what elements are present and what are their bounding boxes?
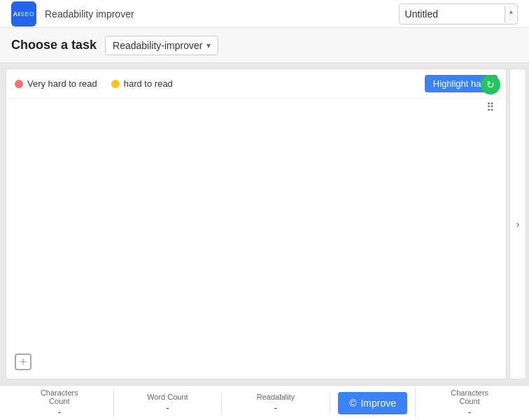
grid-icon[interactable]: ⠿: [482, 99, 499, 115]
improve-label: Improve: [360, 398, 396, 409]
improve-icon: ©: [349, 398, 356, 409]
improve-button[interactable]: © Improve: [338, 392, 407, 414]
legend-bar: Very hard to read hard to read Highlight…: [6, 69, 506, 99]
footer-word-count: Word Count -: [114, 393, 223, 413]
header: AISEO Readability improver *: [0, 0, 529, 28]
dropdown-value: Readability-improver: [113, 40, 202, 51]
side-actions: ↻ ⠿: [481, 75, 500, 115]
title-asterisk: *: [505, 6, 517, 22]
toolbar: Choose a task Readability-improver ▾: [0, 28, 529, 63]
footer-center: © Improve: [330, 392, 416, 414]
add-block-button[interactable]: +: [15, 354, 31, 370]
app-title: Readability improver: [45, 8, 134, 20]
choose-task-label: Choose a task: [11, 38, 97, 52]
refresh-icon: ↻: [486, 79, 495, 90]
title-input[interactable]: [400, 6, 505, 22]
sidebar-toggle-button[interactable]: ›: [509, 69, 526, 379]
logo-icon: AISEO: [11, 1, 36, 27]
editor-panel: Very hard to read hard to read Highlight…: [6, 69, 507, 379]
title-input-wrapper: *: [399, 4, 518, 24]
chars-right-value: -: [468, 407, 471, 417]
footer-chars-right: Characters Count -: [415, 388, 523, 417]
word-count-label: Word Count: [147, 393, 188, 401]
very-hard-dot: [15, 80, 23, 88]
editor-content[interactable]: [6, 99, 506, 379]
task-dropdown[interactable]: Readability-improver ▾: [105, 36, 218, 55]
chars-count-label: Characters Count: [41, 388, 78, 405]
footer: Characters Count - Word Count - Readabil…: [0, 385, 529, 420]
very-hard-legend: Very hard to read: [15, 78, 97, 89]
very-hard-label: Very hard to read: [27, 78, 97, 89]
readability-label: Readability: [257, 393, 295, 401]
chevron-right-icon: ›: [516, 218, 520, 230]
chars-count-value: -: [58, 407, 61, 417]
plus-icon: +: [20, 356, 27, 368]
header-left: AISEO Readability improver: [11, 1, 134, 27]
readability-value: -: [274, 402, 277, 413]
main-area: Very hard to read hard to read Highlight…: [0, 63, 529, 385]
footer-readability: Readability -: [222, 393, 330, 413]
refresh-button[interactable]: ↻: [481, 75, 500, 94]
chevron-down-icon: ▾: [206, 41, 211, 50]
footer-chars-count: Characters Count -: [6, 388, 114, 417]
word-count-value: -: [166, 402, 169, 413]
hard-dot: [111, 80, 120, 88]
hard-legend: hard to read: [111, 78, 173, 89]
chars-right-label: Characters Count: [451, 388, 488, 405]
hard-label: hard to read: [124, 78, 173, 89]
